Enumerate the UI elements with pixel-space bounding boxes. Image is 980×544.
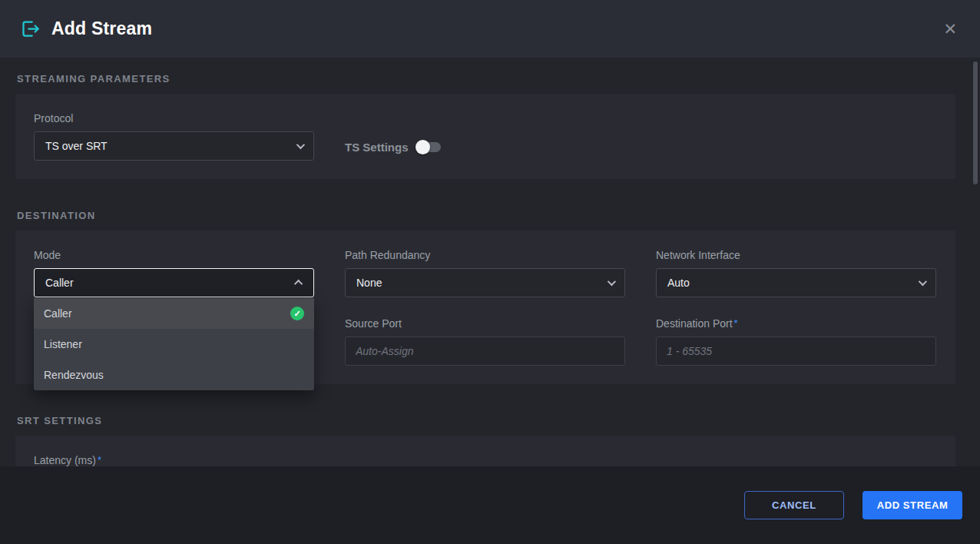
mode-dropdown: Caller ✓ Listener Rendezvous (34, 298, 314, 390)
section-heading-srt-settings: SRT SETTINGS (17, 415, 955, 426)
section-heading-destination: DESTINATION (17, 210, 955, 221)
destination-card: Mode Caller Caller ✓ Listener (15, 231, 955, 384)
destination-grid: Mode Caller Caller ✓ Listener (34, 249, 937, 366)
check-icon: ✓ (290, 307, 304, 320)
destination-port-input[interactable] (656, 337, 936, 366)
source-port-label: Source Port (345, 317, 625, 330)
modal-title: Add Stream (51, 18, 152, 39)
path-redundancy-value: None (356, 277, 382, 289)
chevron-up-icon (294, 280, 303, 288)
ts-settings-label: TS Settings (345, 141, 409, 154)
stream-export-icon (20, 18, 41, 39)
modal-header: Add Stream ✕ (0, 0, 980, 58)
protocol-label: Protocol (34, 112, 314, 124)
ts-settings-toggle[interactable] (418, 142, 441, 152)
mode-label: Mode (34, 249, 314, 261)
streaming-parameters-card: Protocol TS over SRT TS Settings (15, 94, 955, 179)
mode-field: Mode Caller Caller ✓ Listener (34, 249, 314, 297)
modal-content: STREAMING PARAMETERS Protocol TS over SR… (0, 58, 971, 466)
source-port-field: Source Port (345, 317, 625, 366)
modal-footer: CANCEL ADD STREAM (0, 466, 980, 544)
destination-port-label: Destination Port* (656, 317, 936, 330)
path-redundancy-label: Path Redundancy (345, 249, 625, 261)
label-text: Latency (ms) (34, 454, 96, 466)
cancel-button[interactable]: CANCEL (744, 491, 844, 519)
mode-option-listener[interactable]: Listener (34, 329, 314, 360)
mode-select[interactable]: Caller (34, 268, 314, 297)
option-label: Caller (44, 307, 72, 320)
mode-option-caller[interactable]: Caller ✓ (34, 298, 314, 329)
close-icon[interactable]: ✕ (940, 18, 960, 40)
option-label: Listener (44, 338, 82, 350)
add-stream-modal: Add Stream ✕ STREAMING PARAMETERS Protoc… (0, 0, 980, 544)
path-redundancy-select[interactable]: None (345, 268, 625, 297)
option-label: Rendezvous (44, 369, 104, 381)
scrollbar-thumb[interactable] (973, 61, 978, 184)
network-interface-field: Network Interface Auto (656, 249, 936, 297)
srt-settings-card: Latency (ms)* (15, 436, 955, 466)
add-stream-button[interactable]: ADD STREAM (862, 491, 962, 519)
section-heading-streaming-parameters: STREAMING PARAMETERS (17, 73, 955, 85)
mode-value: Caller (45, 277, 74, 289)
mode-option-rendezvous[interactable]: Rendezvous (34, 360, 314, 390)
chevron-down-icon (296, 141, 305, 149)
network-interface-value: Auto (667, 277, 690, 289)
protocol-field: Protocol TS over SRT (34, 112, 314, 161)
label-text: Destination Port (656, 317, 733, 330)
network-interface-label: Network Interface (656, 249, 936, 261)
network-interface-select[interactable]: Auto (656, 268, 936, 297)
ts-settings-group: TS Settings (345, 141, 441, 154)
toggle-knob (416, 140, 430, 154)
source-port-input[interactable] (345, 337, 625, 366)
chevron-down-icon (608, 277, 616, 286)
latency-label: Latency (ms)* (34, 454, 937, 466)
protocol-select[interactable]: TS over SRT (34, 131, 314, 161)
required-asterisk: * (734, 317, 738, 329)
required-asterisk: * (98, 454, 101, 466)
protocol-value: TS over SRT (45, 140, 108, 152)
path-redundancy-field: Path Redundancy None (345, 249, 625, 297)
destination-port-field: Destination Port* (656, 317, 936, 366)
chevron-down-icon (919, 277, 927, 286)
